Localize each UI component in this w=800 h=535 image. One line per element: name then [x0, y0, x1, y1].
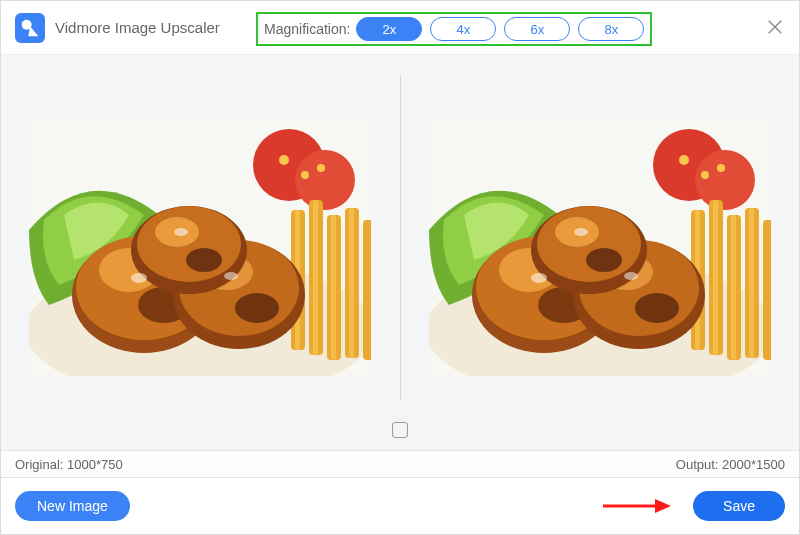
magnification-option-4x[interactable]: 4x — [430, 17, 496, 41]
svg-rect-45 — [763, 220, 771, 360]
original-pane — [1, 55, 400, 450]
svg-point-6 — [295, 150, 355, 210]
compare-handle-icon[interactable] — [392, 422, 408, 438]
original-size-label: Original: 1000*750 — [15, 457, 400, 472]
svg-point-37 — [695, 150, 755, 210]
svg-point-57 — [635, 293, 679, 323]
preview-area — [1, 55, 799, 450]
footer-bar: New Image Save — [1, 478, 799, 534]
svg-rect-18 — [349, 208, 354, 358]
svg-marker-66 — [655, 499, 671, 513]
svg-point-7 — [279, 155, 289, 165]
output-image — [429, 120, 771, 376]
info-bar: Original: 1000*750 Output: 2000*1500 — [1, 450, 799, 478]
svg-point-26 — [235, 293, 279, 323]
app-logo-icon — [15, 13, 45, 43]
svg-rect-49 — [749, 208, 754, 358]
svg-point-8 — [301, 171, 309, 179]
svg-point-64 — [574, 228, 588, 236]
app-title: Vidmore Image Upscaler — [55, 19, 220, 36]
close-button[interactable] — [765, 17, 785, 37]
original-image — [29, 120, 371, 376]
magnification-option-6x[interactable]: 6x — [504, 17, 570, 41]
save-button[interactable]: Save — [693, 491, 785, 521]
svg-point-63 — [624, 272, 638, 280]
svg-point-40 — [717, 164, 725, 172]
svg-point-30 — [186, 248, 222, 272]
annotation-arrow-icon — [601, 497, 671, 515]
app-window: Vidmore Image Upscaler Magnification: 2x… — [0, 0, 800, 535]
svg-point-39 — [701, 171, 709, 179]
magnification-group: Magnification: 2x 4x 6x 8x — [256, 12, 652, 46]
svg-rect-48 — [731, 215, 736, 360]
svg-point-32 — [224, 272, 238, 280]
output-size-label: Output: 2000*1500 — [400, 457, 785, 472]
svg-rect-47 — [713, 200, 718, 355]
new-image-button[interactable]: New Image — [15, 491, 130, 521]
svg-point-9 — [317, 164, 325, 172]
svg-rect-17 — [331, 215, 336, 360]
svg-point-31 — [131, 273, 147, 283]
svg-point-62 — [531, 273, 547, 283]
svg-point-61 — [586, 248, 622, 272]
header-bar: Vidmore Image Upscaler Magnification: 2x… — [1, 1, 799, 55]
svg-rect-14 — [363, 220, 371, 360]
magnification-label: Magnification: — [264, 21, 350, 37]
svg-rect-16 — [313, 200, 318, 355]
svg-point-33 — [174, 228, 188, 236]
magnification-option-2x[interactable]: 2x — [356, 17, 422, 41]
svg-point-38 — [679, 155, 689, 165]
output-pane — [401, 55, 800, 450]
magnification-option-8x[interactable]: 8x — [578, 17, 644, 41]
